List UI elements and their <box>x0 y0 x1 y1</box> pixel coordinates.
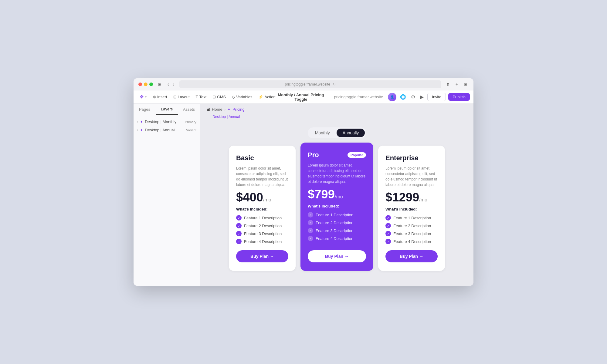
basic-feature-3-label: Feature 3 Description <box>244 231 282 236</box>
layer-annual-label: Desktop | Annual <box>145 128 184 132</box>
new-tab-icon[interactable]: ＋ <box>453 80 460 88</box>
basic-feature-2-label: Feature 2 Description <box>244 224 282 228</box>
check-icon: ✓ <box>385 223 391 228</box>
enterprise-per-mo: /mo <box>419 197 427 202</box>
pro-plan-header: Pro Popular <box>308 151 366 159</box>
minimize-button[interactable] <box>144 83 148 86</box>
framer-logo-button[interactable]: ❖ ▾ <box>137 93 149 101</box>
insert-button[interactable]: ⊕ Insert <box>150 93 170 100</box>
enterprise-buy-button[interactable]: Buy Plan → <box>385 250 438 262</box>
basic-plan-description: Lorem ipsum dolor sit amet, consectetur … <box>236 166 288 187</box>
preview-icon[interactable]: ▶ <box>419 93 425 101</box>
site-url-label: pricingtoggle.framer.website <box>331 95 385 99</box>
reload-icon[interactable]: ↻ <box>333 82 336 86</box>
pro-card: Pro Popular Lorem ipsum dolor sit amet, … <box>300 143 373 271</box>
pricing-toggle: Monthly Annually <box>308 127 366 138</box>
check-icon: ✓ <box>308 228 313 233</box>
enterprise-feature-4: ✓ Feature 4 Description <box>385 239 438 244</box>
framer-dropdown-icon: ▾ <box>145 95 147 99</box>
sidebar-toggle-icon[interactable]: ⊞ <box>157 81 163 87</box>
pro-feature-list: ✓ Feature 1 Description ✓ Feature 2 Desc… <box>308 212 366 244</box>
enterprise-feature-list: ✓ Feature 1 Description ✓ Feature 2 Desc… <box>385 215 438 244</box>
sidebar-content: › ✦ Desktop | Monthly Primary › ✦ Deskto… <box>134 115 200 136</box>
invite-button[interactable]: Invite <box>427 93 446 101</box>
title-bar: ⊞ ‹ › pricingtoggle.framer.website ↻ ⬆ ＋… <box>134 78 473 90</box>
pro-feature-2: ✓ Feature 2 Description <box>308 220 366 225</box>
pricing-page-icon: ✦ <box>227 107 231 112</box>
tab-assets[interactable]: Assets <box>178 104 200 115</box>
layer-desktop-annual[interactable]: › ✦ Desktop | Annual Variant <box>134 126 200 134</box>
tab-layers[interactable]: Layers <box>156 104 178 115</box>
pro-plan-price: $799/mo <box>308 188 366 200</box>
pro-feature-3-label: Feature 3 Description <box>316 228 353 233</box>
basic-price-value: $400 <box>236 190 263 204</box>
pro-feature-1-label: Feature 1 Description <box>316 213 353 217</box>
maximize-button[interactable] <box>149 83 153 86</box>
forward-button[interactable]: › <box>171 81 175 88</box>
framer-icon: ❖ <box>140 94 144 100</box>
pro-feature-4: ✓ Feature 4 Description <box>308 236 366 241</box>
breadcrumb-pricing[interactable]: Pricing <box>232 107 245 112</box>
pro-feature-2-label: Feature 2 Description <box>316 221 353 225</box>
sidebar-tabs: Pages Layers Assets <box>134 104 200 115</box>
cms-label: CMS <box>217 95 226 99</box>
enterprise-feature-3-label: Feature 3 Description <box>393 231 431 236</box>
cms-button[interactable]: ⊟ CMS <box>210 93 228 100</box>
basic-whats-included: What's Included: <box>236 207 288 211</box>
layout-button[interactable]: ⊞ Layout <box>171 93 192 100</box>
home-icon: ⊞ <box>206 107 210 112</box>
check-icon: ✓ <box>308 212 313 217</box>
variables-icon: ◇ <box>232 95 235 99</box>
action-button[interactable]: ⚡ Action: Monthly / Annual Pricing Toggl… <box>256 91 326 103</box>
action-bold-label: Monthly / Annual Pricing Toggle <box>278 93 324 102</box>
primary-badge: Primary <box>185 120 196 124</box>
basic-card: Basic Lorem ipsum dolor sit amet, consec… <box>229 146 296 271</box>
basic-feature-2: ✓ Feature 2 Description <box>236 223 288 228</box>
variant-badge: Variant <box>186 128 196 132</box>
insert-label: Insert <box>157 95 167 99</box>
layer-monthly-label: Desktop | Monthly <box>145 120 183 124</box>
annually-toggle-button[interactable]: Annually <box>337 129 365 137</box>
check-icon: ✓ <box>308 220 313 225</box>
toolbar: ❖ ▾ ⊕ Insert ⊞ Layout T Text ⊟ CMS ◇ Var… <box>134 90 473 104</box>
chevron-right-icon-2: › <box>137 128 138 132</box>
enterprise-feature-3: ✓ Feature 3 Description <box>385 231 438 236</box>
share-icon[interactable]: ⬆ <box>445 80 451 88</box>
tab-pages[interactable]: Pages <box>134 104 156 115</box>
back-button[interactable]: ‹ <box>166 81 170 88</box>
basic-feature-1: ✓ Feature 1 Description <box>236 215 288 221</box>
pro-per-mo: /mo <box>335 194 343 199</box>
grid-icon[interactable]: ⊞ <box>463 80 469 88</box>
canvas-area: ⊞ Home › ✦ Pricing Desktop | Annual Mont… <box>200 104 473 286</box>
pro-feature-3: ✓ Feature 3 Description <box>308 228 366 233</box>
browser-window: ⊞ ‹ › pricingtoggle.framer.website ↻ ⬆ ＋… <box>134 78 473 286</box>
layer-desktop-monthly[interactable]: › ✦ Desktop | Monthly Primary <box>134 118 200 126</box>
variables-button[interactable]: ◇ Variables <box>229 93 255 100</box>
publish-button[interactable]: Publish <box>448 93 470 101</box>
basic-feature-1-label: Feature 1 Description <box>244 216 282 220</box>
pro-buy-button[interactable]: Buy Plan → <box>308 250 366 262</box>
address-bar[interactable]: pricingtoggle.framer.website ↻ <box>179 80 441 88</box>
text-button[interactable]: T Text <box>193 93 209 100</box>
canvas-label: Desktop | Annual <box>200 115 473 121</box>
text-icon: T <box>196 95 198 99</box>
variables-label: Variables <box>236 95 252 99</box>
basic-per-mo: /mo <box>263 197 271 202</box>
check-icon: ✓ <box>385 231 391 236</box>
basic-buy-button[interactable]: Buy Plan → <box>236 250 288 262</box>
close-button[interactable] <box>138 83 142 86</box>
pricing-section: Monthly Annually Basic Lorem ipsum dolor… <box>200 121 473 277</box>
globe-icon[interactable]: 🌐 <box>399 93 407 101</box>
settings-icon[interactable]: ⚙ <box>410 93 416 101</box>
cms-icon: ⊟ <box>212 95 216 99</box>
toolbar-separator <box>329 94 329 100</box>
address-text: pricingtoggle.framer.website <box>285 82 330 86</box>
monthly-toggle-button[interactable]: Monthly <box>309 129 336 137</box>
layout-icon: ⊞ <box>173 95 177 99</box>
check-icon: ✓ <box>385 215 391 221</box>
check-icon: ✓ <box>308 236 313 241</box>
main-layout: Pages Layers Assets › ✦ Desktop | Monthl… <box>134 104 473 286</box>
basic-feature-4: ✓ Feature 4 Description <box>236 239 288 244</box>
breadcrumb-home[interactable]: Home <box>212 107 222 112</box>
layout-label: Layout <box>178 95 190 99</box>
